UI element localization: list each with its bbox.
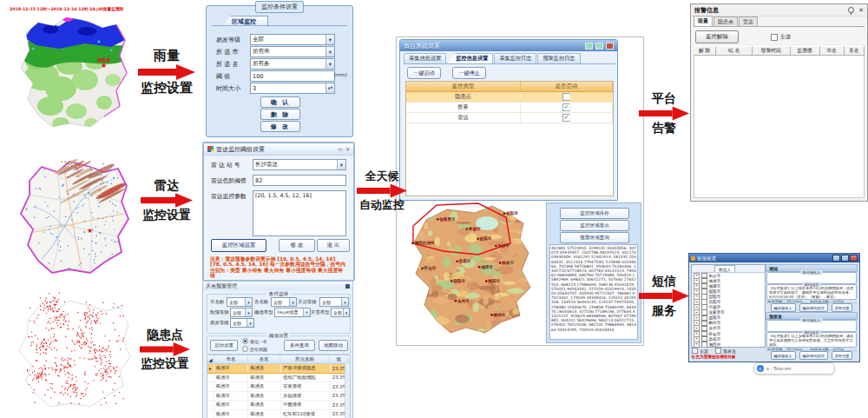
show-region-button[interactable]: 监控区域显示 <box>560 220 629 231</box>
field-label: 雷达色阶阈值 <box>211 176 247 185</box>
chevron-down-icon[interactable]: ▾ <box>303 309 310 316</box>
recipient-tab[interactable]: 收信人 <box>692 265 765 273</box>
sms-presend-checkbox[interactable]: 预发送 <box>715 348 736 354</box>
tab-雷达[interactable]: 雷达 <box>739 17 758 26</box>
confirm-content-button[interactable]: 确定短信内容 <box>799 351 828 360</box>
monitor-region-map[interactable]: 张家界市常德市岳阳市益阳市湘西自治州长沙市怀化市娄底市湘潭市株洲市邵阳市衡阳市永… <box>402 201 541 342</box>
table-row[interactable]: 株洲市株洲县甘家滑坡23.35 <box>207 382 350 392</box>
modify-button[interactable]: 修 改 <box>260 121 300 132</box>
condition-query-button[interactable]: 条件查询 <box>284 340 315 351</box>
chevron-down-icon[interactable]: ▾ <box>289 298 296 306</box>
table-header-row: 监控类型 是否启动 <box>406 82 613 92</box>
radar-station-select[interactable]: 长沙雷达▾ <box>253 159 346 170</box>
delete-button[interactable]: 删 除 <box>260 109 300 120</box>
enabled-checkbox[interactable]: ✓ <box>562 114 570 122</box>
tab-采集信息设置[interactable]: 采集信息设置 <box>404 53 446 63</box>
disaster-type-select[interactable]: 全部▾ <box>331 308 350 317</box>
exit-button[interactable]: 退 出 <box>317 239 350 252</box>
publish-button[interactable]: 发布信息 <box>832 303 853 312</box>
confirm-recipients-button[interactable]: 确定接收人 <box>771 303 796 312</box>
select-all-checkbox[interactable]: 全选 <box>771 33 791 41</box>
close-icon[interactable]: ✕ <box>345 147 350 152</box>
window-controls[interactable] <box>832 255 858 262</box>
chevron-down-icon[interactable]: ▾ <box>326 35 334 44</box>
start-settings-button[interactable]: 启动设置 <box>210 340 238 351</box>
chevron-down-icon[interactable]: ▾ <box>247 319 253 327</box>
enabled-checkbox[interactable]: ✓ <box>562 103 570 111</box>
table-row[interactable]: 株洲市株洲县红军村110滑坡23.35 <box>207 410 350 418</box>
column-header[interactable]: 县名 <box>248 355 280 363</box>
city-filter-select[interactable]: 全部▾ <box>227 297 253 307</box>
save-region-button[interactable]: 监控区域保存 <box>560 208 629 219</box>
danger-level-select[interactable]: 全部▾ <box>230 308 253 317</box>
stop-all-button[interactable]: 一键停止 <box>452 67 486 79</box>
content-box[interactable]: 短信内容 【临灾预警】以上地区未来24小时内降雨较强，诱发地质灾害风险较大，请相… <box>766 284 857 300</box>
table-row[interactable]: 株洲市株洲县永福滑坡23.35 <box>207 392 350 401</box>
window-title: 短信发送 <box>697 255 831 262</box>
content-box[interactable]: 短信内容 【临灾预警】以上乡镇未来24小时内降雨较强，请各单位及监测责任人加强巡… <box>766 332 857 348</box>
chevron-down-icon[interactable]: ▾ <box>343 309 349 316</box>
prone-level-select[interactable]: 全部▾ <box>230 318 254 328</box>
monitor-region-settings-button[interactable]: 监控区域设置 <box>211 239 266 252</box>
chevron-down-icon[interactable]: ▾ <box>326 47 334 56</box>
tab-监控信息设置[interactable]: 监控信息设置 <box>447 53 493 63</box>
sms-send-window: 短信发送 收信人 +长沙市+株洲市+湘潭市+衡阳市+邵阳市+岳阳市+常德市+张家… <box>688 253 860 362</box>
close-icon[interactable]: ✕ <box>858 7 864 14</box>
threshold-type-select[interactable]: 24小时雨量▾ <box>274 308 311 317</box>
taskbar-pill[interactable]: e e - Telecom <box>753 362 835 375</box>
start-all-button[interactable]: 一键启动 <box>407 67 441 79</box>
pin-icon[interactable] <box>848 7 854 13</box>
spinner-arrows-icon[interactable]: ▲▼ <box>326 83 334 93</box>
map-link-button[interactable]: 地图联动 <box>319 340 348 351</box>
modify-button[interactable]: 修 改 <box>279 239 315 252</box>
tab-隐患点[interactable]: 隐患点 <box>713 17 738 26</box>
table-row[interactable]: 雨量✓ <box>406 103 613 113</box>
minimize-icon[interactable]: ▭ <box>338 147 343 152</box>
table-row[interactable]: ▸株洲市株洲县严家冲滑坡隐患23.35 <box>207 364 350 374</box>
tab-预警监控日志[interactable]: 预警监控日志 <box>537 53 580 63</box>
region-coords-textarea[interactable]: 402841 57515905, 3299142 43303056, 30707… <box>549 244 638 340</box>
table-row[interactable]: 株洲市株洲县造纸厂地面塌陷23.35 <box>207 374 350 383</box>
table-row[interactable]: 株洲市株洲县中糖滑坡23.35 <box>207 401 350 410</box>
attention-level-select[interactable]: 全部▾ <box>319 297 349 307</box>
publish-button[interactable]: 发布信息 <box>832 351 853 360</box>
chevron-down-icon[interactable]: ▾ <box>326 59 334 69</box>
county-filter-select[interactable]: 全部▾ <box>271 297 297 307</box>
maximize-icon[interactable] <box>595 43 603 50</box>
window-titlebar: 短信发送 <box>689 254 859 262</box>
table-row[interactable]: 雷达✓ <box>406 113 613 123</box>
time-window-stepper[interactable]: 3 ▲▼ <box>250 83 335 94</box>
column-header[interactable]: 值 <box>330 355 348 363</box>
confirm-content-button[interactable]: 确定短信内容 <box>799 303 828 312</box>
minimize-icon[interactable] <box>585 43 593 50</box>
county-select[interactable]: 所有县▾ <box>250 58 335 70</box>
query-region-button[interactable]: 预警区域查询 <box>560 232 629 243</box>
sms-select-all-checkbox[interactable]: ✓全选 <box>692 348 708 354</box>
table-row[interactable]: 隐患点 <box>406 92 613 103</box>
vertical-scrollbar[interactable] <box>345 363 350 418</box>
release-monitor-button[interactable]: 监控解除 <box>695 30 739 43</box>
radio-recent-year[interactable]: 最近一年 <box>242 338 267 344</box>
color-threshold-input[interactable]: 82 <box>253 175 346 186</box>
alarm-table-body[interactable] <box>694 56 865 198</box>
column-header[interactable]: 灾点名称 <box>280 355 330 363</box>
enabled-checkbox[interactable] <box>562 93 570 101</box>
confirm-button[interactable]: 确 认 <box>260 96 300 108</box>
tab-采集监控日志[interactable]: 采集监控日志 <box>494 53 536 63</box>
threshold-input[interactable]: 100 <box>250 70 335 82</box>
confirm-recipients-button[interactable]: 确定接收人 <box>771 351 796 360</box>
tab-雨量[interactable]: 雨量 <box>694 16 713 26</box>
city-select[interactable]: 所有市▾ <box>250 46 335 57</box>
chevron-down-icon[interactable]: ▾ <box>337 160 345 169</box>
chevron-down-icon[interactable]: ▾ <box>245 309 252 316</box>
chevron-down-icon[interactable]: ▾ <box>245 298 252 306</box>
close-icon[interactable] <box>345 284 350 289</box>
field-time-window: 时间大小 3 ▲▼ <box>207 83 352 93</box>
tree-item-湘西州[interactable]: +湘西州 <box>692 342 765 347</box>
monitor-params-textarea[interactable]: [20, 1.5, 4.5, 12, 16] <box>253 190 346 236</box>
radio-history-period[interactable]: 历年同期 <box>242 346 267 352</box>
chevron-down-icon[interactable]: ▾ <box>341 298 348 306</box>
close-icon[interactable] <box>606 43 614 50</box>
risk-level-select[interactable]: 全部▾ <box>250 34 335 45</box>
column-header[interactable]: 市名 <box>214 355 248 363</box>
